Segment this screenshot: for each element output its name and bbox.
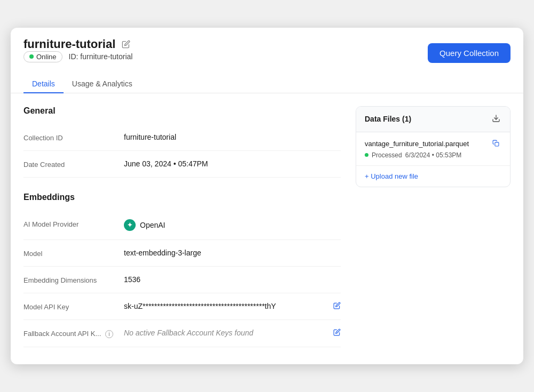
upload-new-file-link[interactable]: + Upload new file: [356, 166, 510, 187]
status-badge: Online: [23, 51, 62, 62]
field-value-date-created: June 03, 2024 • 05:47PM: [124, 159, 341, 168]
field-value-fallback: No active Fallback Account Keys found: [124, 329, 325, 337]
svg-rect-1: [495, 142, 499, 146]
page-header: furniture-tutorial Online ID:: [11, 28, 523, 93]
field-value-ai-provider: ✦ OpenAI: [124, 219, 341, 231]
field-collection-id: Collection ID furniture-tutorial: [23, 124, 341, 151]
embeddings-section-title: Embeddings: [23, 193, 341, 202]
data-file-status: Processed 6/3/2024 • 05:53PM: [365, 151, 501, 159]
data-file-item: vantage_furniture_tutorial.parquet Proce…: [356, 132, 510, 166]
general-section-title: General: [23, 106, 341, 116]
edit-api-key-button[interactable]: [333, 302, 341, 309]
processed-dot: [365, 153, 368, 157]
field-value-model: text-embedding-3-large: [124, 249, 341, 257]
field-label-collection-id: Collection ID: [23, 133, 120, 142]
field-model-api-key: Model API Key sk-uZ*********************…: [23, 293, 341, 320]
field-label-date-created: Date Created: [23, 159, 120, 169]
field-value-collection-id: furniture-tutorial: [124, 133, 341, 141]
main-window: furniture-tutorial Online ID:: [11, 28, 523, 364]
main-panel: General Collection ID furniture-tutorial…: [23, 106, 356, 351]
status-dot: [29, 54, 34, 59]
tab-details[interactable]: Details: [23, 75, 64, 93]
info-icon: i: [105, 330, 113, 338]
field-label-model: Model: [23, 249, 120, 258]
field-fallback-api-key: Fallback Account API K... i No active Fa…: [23, 320, 341, 347]
field-embedding-dimensions: Embedding Dimensions 1536: [23, 267, 341, 293]
data-file-status-label: Processed: [372, 151, 402, 159]
status-label: Online: [36, 53, 57, 61]
field-label-dimensions: Embedding Dimensions: [23, 275, 120, 284]
field-label-ai-provider: AI Model Provider: [23, 219, 120, 228]
field-label-api-key: Model API Key: [23, 302, 120, 311]
collection-id: ID: furniture-tutorial: [69, 52, 133, 61]
openai-icon: ✦: [124, 219, 136, 231]
copy-filename-button[interactable]: [490, 139, 501, 149]
field-value-api-key: sk-uZ***********************************…: [124, 302, 325, 310]
content-area: General Collection ID furniture-tutorial…: [11, 93, 523, 364]
field-model: Model text-embedding-3-large: [23, 240, 341, 267]
data-file-filename: vantage_furniture_tutorial.parquet: [365, 140, 469, 148]
embeddings-section: Embeddings AI Model Provider ✦ OpenAI Mo…: [23, 193, 341, 347]
tab-usage-analytics[interactable]: Usage & Analytics: [64, 75, 141, 93]
field-ai-model-provider: AI Model Provider ✦ OpenAI: [23, 211, 341, 240]
general-section: General Collection ID furniture-tutorial…: [23, 106, 341, 178]
data-files-header: Data Files (1): [356, 107, 510, 132]
field-label-fallback: Fallback Account API K... i: [23, 329, 120, 338]
field-date-created: Date Created June 03, 2024 • 05:47PM: [23, 151, 341, 178]
data-file-name-row: vantage_furniture_tutorial.parquet: [365, 139, 501, 149]
edit-title-button[interactable]: [121, 39, 131, 50]
data-files-action-button[interactable]: [491, 113, 501, 125]
edit-fallback-button[interactable]: [333, 329, 341, 336]
tabs-bar: Details Usage & Analytics: [23, 75, 511, 93]
data-files-card: Data Files (1) vantage_furniture_tutoria…: [356, 106, 511, 187]
page-title: furniture-tutorial: [23, 37, 115, 51]
side-panel: Data Files (1) vantage_furniture_tutoria…: [356, 106, 511, 351]
query-collection-button[interactable]: Query Collection: [428, 43, 511, 63]
data-file-date: 6/3/2024 • 05:53PM: [405, 151, 462, 159]
data-files-title: Data Files (1): [365, 115, 411, 123]
field-value-dimensions: 1536: [124, 275, 341, 284]
